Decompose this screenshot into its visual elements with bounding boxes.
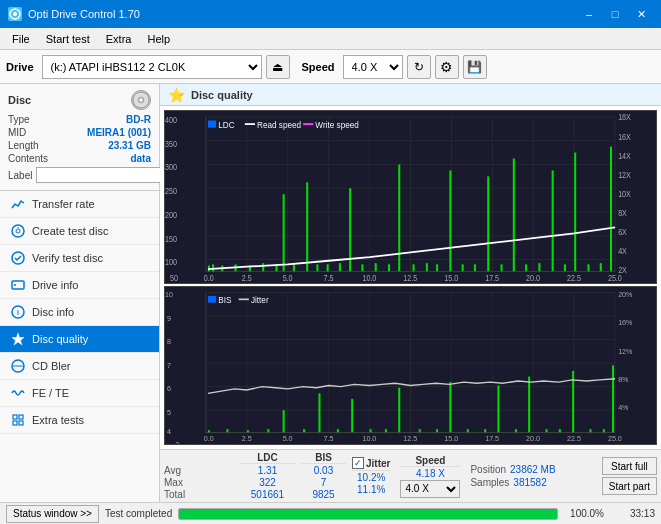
maximize-button[interactable]: □ [603, 5, 627, 23]
svg-text:2.5: 2.5 [242, 434, 252, 443]
svg-text:250: 250 [165, 187, 177, 197]
disc-info-icon: i [10, 304, 26, 320]
sidebar-item-disc-info[interactable]: i Disc info [0, 299, 159, 326]
svg-rect-174 [603, 429, 605, 432]
disc-type-row: Type BD-R [8, 114, 151, 125]
svg-text:22.5: 22.5 [567, 434, 581, 443]
svg-text:200: 200 [165, 210, 177, 220]
position-col: Position 23862 MB Samples 381582 [470, 464, 555, 488]
disc-label-input[interactable] [36, 167, 169, 183]
bis-col: BIS 0.03 7 9825 [301, 452, 346, 500]
svg-text:12%: 12% [618, 347, 633, 356]
sidebar-item-transfer-rate[interactable]: Transfer rate [0, 191, 159, 218]
window-controls: – □ ✕ [577, 5, 653, 23]
svg-text:5.0: 5.0 [283, 273, 293, 283]
close-button[interactable]: ✕ [629, 5, 653, 23]
svg-text:0.0: 0.0 [204, 273, 214, 283]
svg-rect-98 [600, 263, 602, 271]
elapsed-time: 33:13 [610, 508, 655, 519]
svg-text:12.5: 12.5 [403, 434, 417, 443]
disc-length-label: Length [8, 140, 39, 151]
bis-chart-svg: 10 9 8 7 6 5 4 20% 16% 12% 8% 4% 0.0 2.5 [165, 287, 656, 444]
sidebar-item-create-test-disc[interactable]: Create test disc [0, 218, 159, 245]
svg-text:2.5: 2.5 [242, 273, 252, 283]
svg-text:400: 400 [165, 115, 177, 125]
svg-rect-91 [513, 159, 515, 272]
svg-rect-82 [398, 164, 400, 271]
svg-text:10: 10 [165, 290, 173, 299]
svg-rect-74 [306, 182, 308, 271]
nav-label-fe-te: FE / TE [32, 387, 69, 399]
svg-rect-176 [208, 296, 216, 303]
sidebar-item-verify-test-disc[interactable]: Verify test disc [0, 245, 159, 272]
disc-icon [131, 90, 151, 110]
svg-text:150: 150 [165, 234, 177, 244]
svg-text:9: 9 [167, 314, 171, 323]
title-bar-left: Opti Drive Control 1.70 [8, 7, 140, 21]
svg-point-6 [16, 229, 20, 233]
settings-button[interactable]: ⚙ [435, 55, 459, 79]
svg-text:LDC: LDC [218, 119, 235, 130]
svg-text:7.5: 7.5 [324, 273, 334, 283]
ldc-max: 322 [259, 477, 276, 488]
svg-rect-152 [247, 431, 249, 433]
speed-select[interactable]: 4.0 X [343, 55, 403, 79]
start-part-button[interactable]: Start part [602, 477, 657, 495]
svg-text:10X: 10X [618, 189, 631, 199]
disc-contents-label: Contents [8, 153, 48, 164]
minimize-button[interactable]: – [577, 5, 601, 23]
refresh-button[interactable]: ↻ [407, 55, 431, 79]
disc-contents-value: data [130, 153, 151, 164]
ldc-header: LDC [240, 452, 295, 464]
svg-text:10.0: 10.0 [362, 434, 376, 443]
disc-mid-value: MEIRA1 (001) [87, 127, 151, 138]
eject-button[interactable]: ⏏ [266, 55, 290, 79]
svg-text:100: 100 [165, 258, 177, 268]
svg-rect-163 [436, 429, 438, 432]
bottom-stats: Avg Max Total LDC 1.31 322 501661 BIS 0.… [160, 449, 661, 502]
position-val: 23862 MB [510, 464, 556, 475]
nav-label-disc-quality: Disc quality [32, 333, 88, 345]
menu-file[interactable]: File [4, 31, 38, 47]
svg-rect-154 [283, 410, 285, 432]
svg-text:25.0: 25.0 [608, 273, 622, 283]
jitter-checkbox[interactable]: ✓ [352, 457, 364, 469]
total-label: Total [164, 489, 234, 500]
start-full-button[interactable]: Start full [602, 457, 657, 475]
jitter-header: Jitter [366, 458, 390, 469]
svg-rect-81 [388, 264, 390, 271]
menu-help[interactable]: Help [139, 31, 178, 47]
sidebar-item-fe-te[interactable]: FE / TE [0, 380, 159, 407]
disc-length-value: 23.31 GB [108, 140, 151, 151]
menu-start-test[interactable]: Start test [38, 31, 98, 47]
svg-rect-70 [262, 263, 264, 271]
bis-avg: 0.03 [314, 465, 333, 476]
drive-select[interactable]: (k:) ATAPI iHBS112 2 CL0K [42, 55, 262, 79]
svg-rect-171 [559, 429, 561, 432]
sidebar-item-disc-quality[interactable]: Disc quality [0, 326, 159, 353]
sidebar-item-extra-tests[interactable]: Extra tests [0, 407, 159, 434]
save-button[interactable]: 💾 [463, 55, 487, 79]
svg-rect-167 [497, 386, 499, 433]
speed-header: Speed [400, 455, 460, 467]
progress-bar [178, 508, 558, 520]
svg-rect-85 [436, 264, 438, 271]
fe-te-icon [10, 385, 26, 401]
svg-marker-13 [12, 333, 24, 345]
svg-rect-72 [283, 194, 285, 271]
create-disc-icon [10, 223, 26, 239]
position-label: Position [470, 464, 506, 475]
nav-label-extra-tests: Extra tests [32, 414, 84, 426]
bis-header: BIS [301, 452, 346, 464]
speed-stat-select[interactable]: 4.0 X [400, 480, 460, 498]
nav-label-verify-test-disc: Verify test disc [32, 252, 103, 264]
disc-quality-header: ⭐ Disc quality [160, 84, 661, 106]
status-window-button[interactable]: Status window >> [6, 505, 99, 523]
svg-rect-100 [208, 121, 216, 128]
sidebar-item-drive-info[interactable]: Drive info [0, 272, 159, 299]
jitter-max: 11.1% [357, 484, 385, 495]
svg-rect-75 [316, 264, 318, 271]
start-buttons: Start full Start part [602, 457, 657, 495]
sidebar-item-cd-bler[interactable]: CD Bler [0, 353, 159, 380]
menu-extra[interactable]: Extra [98, 31, 140, 47]
